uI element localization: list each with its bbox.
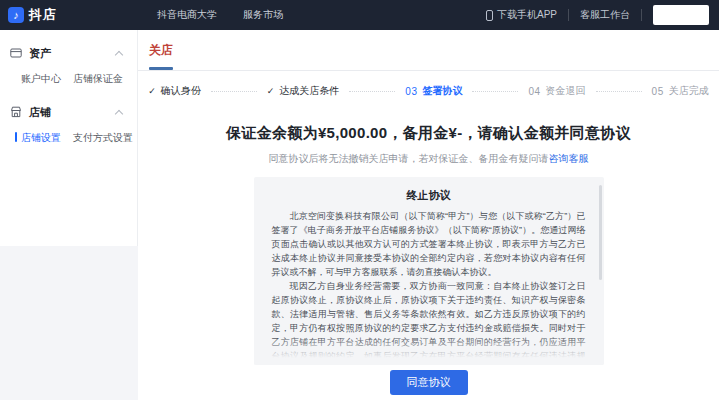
tab-bar: 关店 bbox=[138, 30, 719, 71]
agreement-paragraph: 北京空间变换科技有限公司（以下简称“甲方”）与您（以下或称“乙方”）已签署了《电… bbox=[272, 209, 586, 279]
sidebar-group-shop: 店铺 店铺设置 支付方式设置 bbox=[0, 102, 137, 145]
agree-button[interactable]: 同意协议 bbox=[390, 370, 468, 395]
header-right: 下载手机APP 客服工作台 bbox=[486, 5, 711, 25]
tab-close-shop-label: 关店 bbox=[149, 42, 173, 59]
account-box[interactable] bbox=[653, 5, 709, 25]
step-connector bbox=[472, 91, 518, 92]
close-shop-panel: ✓ 确认身份 ✓ 达成关店条件 03 签署协议 04 资金退回 bbox=[138, 71, 719, 400]
check-icon: ✓ bbox=[148, 86, 156, 96]
step-sign-agreement: 03 签署协议 bbox=[405, 84, 462, 98]
check-icon: ✓ bbox=[267, 86, 275, 96]
agreement-title: 终止协议 bbox=[272, 188, 586, 203]
header-nav: 抖音电商大学 服务市场 bbox=[157, 8, 283, 22]
sidebar-item-payment-settings[interactable]: 支付方式设置 bbox=[73, 131, 133, 145]
step-verify-identity: ✓ 确认身份 bbox=[148, 84, 201, 98]
douyin-note-icon: ♪ bbox=[8, 7, 24, 23]
termination-agreement-box[interactable]: 终止协议 北京空间变换科技有限公司（以下简称“甲方”）与您（以下或称“乙方”）已… bbox=[254, 177, 604, 365]
doudian-logo[interactable]: ♪ 抖店 bbox=[8, 6, 57, 24]
steps-wizard: ✓ 确认身份 ✓ 达成关店条件 03 签署协议 04 资金退回 bbox=[138, 84, 719, 98]
download-app-label: 下载手机APP bbox=[497, 8, 557, 22]
nav-ecommerce-college[interactable]: 抖音电商大学 bbox=[157, 8, 217, 22]
sidebar-group-title: 店铺 bbox=[29, 105, 116, 120]
agreement-notice: 同意协议后将无法撤销关店申请，若对保证金、备用金有疑问请咨询客服 bbox=[138, 152, 719, 166]
step-meet-conditions: ✓ 达成关店条件 bbox=[267, 84, 340, 98]
step-connector bbox=[596, 91, 642, 92]
download-app-link[interactable]: 下载手机APP bbox=[486, 8, 557, 22]
step-connector bbox=[349, 91, 395, 92]
sidebar-group-title: 资产 bbox=[29, 46, 116, 61]
sidebar: 资产 账户中心 店铺保证金 店铺 店铺设置 支付 bbox=[0, 30, 138, 400]
workbench-label: 客服工作台 bbox=[580, 8, 630, 22]
active-tab-underline bbox=[149, 67, 173, 70]
nav-service-market[interactable]: 服务市场 bbox=[243, 8, 283, 22]
main-content: 关店 ✓ 确认身份 ✓ 达成关店条件 03 签署协议 bbox=[138, 30, 719, 400]
sidebar-group-assets-header[interactable]: 资产 bbox=[0, 43, 137, 63]
agreement-notice-text: 同意协议后将无法撤销关店申请，若对保证金、备用金有疑问请 bbox=[269, 153, 549, 164]
chevron-up-icon[interactable] bbox=[115, 50, 123, 58]
step-refund-funds: 04 资金退回 bbox=[528, 84, 585, 98]
header-divider bbox=[641, 9, 642, 21]
sidebar-group-shop-header[interactable]: 店铺 bbox=[0, 102, 137, 122]
chevron-up-icon[interactable] bbox=[115, 109, 123, 117]
step-close-complete: 05 关店完成 bbox=[652, 84, 709, 98]
shop-icon bbox=[10, 106, 22, 118]
step-connector bbox=[211, 91, 257, 92]
top-header: ♪ 抖店 抖音电商大学 服务市场 下载手机APP 客服工作台 bbox=[0, 0, 719, 30]
sidebar-item-shop-settings[interactable]: 店铺设置 bbox=[21, 131, 61, 145]
sidebar-item-shop-deposit[interactable]: 店铺保证金 bbox=[73, 72, 123, 86]
sidebar-group-shop-items: 店铺设置 支付方式设置 bbox=[0, 131, 137, 145]
page-body: 资产 账户中心 店铺保证金 店铺 店铺设置 支付 bbox=[0, 30, 719, 400]
agreement-paragraph: 现因乙方自身业务经营需要，双方协商一致同意：自本终止协议签订之日起原协议终止，原… bbox=[272, 279, 586, 365]
header-divider bbox=[568, 9, 569, 21]
deposit-amount-title: 保证金余额为¥5,000.00，备用金¥-，请确认金额并同意协议 bbox=[138, 124, 719, 143]
service-workbench-link[interactable]: 客服工作台 bbox=[580, 8, 630, 22]
agreement-scrollbar[interactable] bbox=[599, 185, 602, 280]
logo-text: 抖店 bbox=[29, 6, 57, 24]
sidebar-card: 资产 账户中心 店铺保证金 店铺 店铺设置 支付 bbox=[0, 30, 138, 246]
sidebar-item-account-center[interactable]: 账户中心 bbox=[21, 72, 61, 86]
sidebar-group-assets-items: 账户中心 店铺保证金 bbox=[0, 72, 137, 86]
tab-close-shop[interactable]: 关店 bbox=[149, 30, 173, 70]
sidebar-group-assets: 资产 账户中心 店铺保证金 bbox=[0, 43, 137, 86]
phone-icon bbox=[486, 10, 493, 21]
wallet-card-icon bbox=[10, 47, 22, 59]
contact-support-link[interactable]: 咨询客服 bbox=[549, 153, 589, 164]
